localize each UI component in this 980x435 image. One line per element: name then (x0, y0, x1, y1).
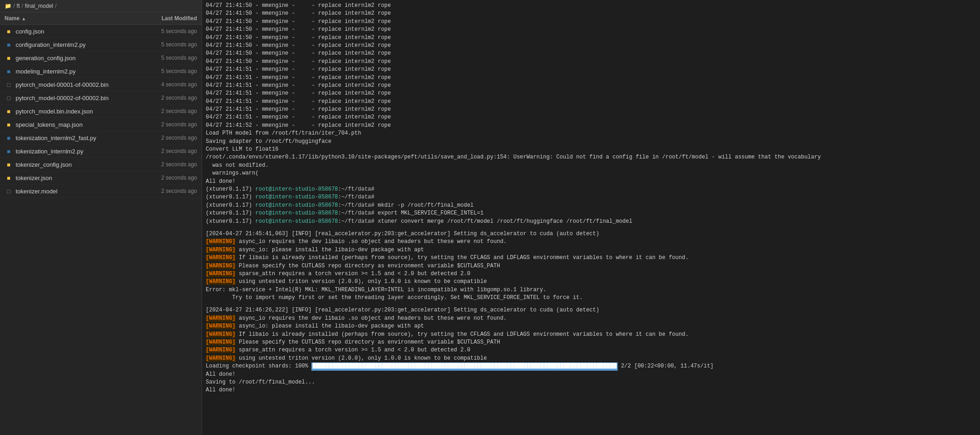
terminal-line: 04/27 21:41:50 - mmengine - - replace in… (206, 58, 976, 66)
file-row[interactable]: ■ tokenizer_config.json 2 seconds ago (0, 158, 202, 171)
file-row[interactable]: ■ config.json 5 seconds ago (0, 25, 202, 38)
terminal-line: 04/27 21:41:52 - mmengine - - replace in… (206, 122, 976, 130)
terminal-line: (xtuner0.1.17) root@intern-studio-058678… (206, 209, 976, 217)
file-name: tokenization_internlm2.py (16, 148, 133, 155)
terminal-line: warnings.warn( (206, 169, 976, 177)
terminal-line: Error: mkl-service + Intel(R) MKL: MKL_T… (206, 286, 976, 294)
terminal-line: [WARNING] sparse_attn requires a torch v… (206, 346, 976, 354)
file-modified-time: 5 seconds ago (133, 68, 197, 74)
file-type-icon: □ (5, 80, 13, 89)
file-row[interactable]: ■ configuration_internlm2.py 5 seconds a… (0, 38, 202, 51)
file-row[interactable]: ■ generation_config.json 5 seconds ago (0, 51, 202, 65)
file-row[interactable]: ■ tokenizer.json 2 seconds ago (0, 171, 202, 185)
terminal-line: (xtuner0.1.17) root@intern-studio-058678… (206, 193, 976, 201)
terminal-line: 04/27 21:41:51 - mmengine - - replace in… (206, 82, 976, 90)
terminal-line: 04/27 21:41:50 - mmengine - - replace in… (206, 42, 976, 50)
file-type-icon: ■ (5, 160, 13, 169)
file-type-icon: ■ (5, 147, 13, 155)
terminal-line: was not modified. (206, 162, 976, 169)
file-row[interactable]: ■ modeling_internlm2.py 5 seconds ago (0, 65, 202, 78)
file-modified-time: 2 seconds ago (133, 161, 197, 168)
terminal-line: [WARNING] If libaio is already installed… (206, 331, 976, 339)
column-name-header[interactable]: Name ▲ (5, 15, 133, 22)
terminal-line: Loading checkpoint shards: 100% ████████… (206, 362, 976, 370)
file-name: tokenization_internlm2_fast.py (16, 135, 133, 141)
terminal-line: All done! (206, 386, 976, 394)
terminal-line: 04/27 21:41:50 - mmengine - - replace in… (206, 50, 976, 57)
file-name: pytorch_model-00002-of-00002.bin (16, 95, 133, 102)
terminal-line: Convert LLM to float16 (206, 146, 976, 153)
file-modified-time: 4 seconds ago (133, 81, 197, 88)
file-type-icon: ■ (5, 40, 13, 49)
file-row[interactable]: ■ tokenization_internlm2_fast.py 2 secon… (0, 131, 202, 145)
column-modified-header[interactable]: Last Modified (133, 15, 197, 22)
file-modified-time: 5 seconds ago (133, 55, 197, 61)
file-modified-time: 2 seconds ago (133, 135, 197, 141)
breadcrumb: 📁 / ft / final_model / (0, 0, 202, 12)
terminal-line: [WARNING] async_io requires the dev liba… (206, 315, 976, 322)
file-name: pytorch_model.bin.index.json (16, 108, 133, 115)
terminal-line: [WARNING] async_io: please install the l… (206, 246, 976, 254)
file-row[interactable]: □ pytorch_model-00002-of-00002.bin 2 sec… (0, 91, 202, 105)
file-modified-time: 2 seconds ago (133, 108, 197, 114)
breadcrumb-final-model[interactable]: final_model (25, 3, 53, 9)
file-name: tokenizer.json (16, 175, 133, 181)
terminal-line: [WARNING] If libaio is already installed… (206, 254, 976, 262)
terminal-line (206, 302, 976, 306)
file-row[interactable]: ■ tokenization_internlm2.py 2 seconds ag… (0, 145, 202, 158)
terminal-line: Saving to /root/ft/final_model... (206, 379, 976, 386)
terminal-line: 04/27 21:41:50 - mmengine - - replace in… (206, 26, 976, 34)
terminal-panel[interactable]: 04/27 21:41:50 - mmengine - - replace in… (202, 0, 980, 435)
file-row[interactable]: ■ pytorch_model.bin.index.json 2 seconds… (0, 105, 202, 118)
file-name: generation_config.json (16, 55, 133, 62)
terminal-line: 04/27 21:41:51 - mmengine - - replace in… (206, 98, 976, 106)
terminal-line: 04/27 21:41:50 - mmengine - - replace in… (206, 2, 976, 10)
terminal-line: (xtuner0.1.17) root@intern-studio-058678… (206, 218, 976, 226)
terminal-line: 04/27 21:41:51 - mmengine - - replace in… (206, 113, 976, 121)
terminal-line: 04/27 21:41:51 - mmengine - - replace in… (206, 74, 976, 82)
file-name: tokenizer.model (16, 188, 133, 195)
terminal-line: Saving adapter to /root/ft/huggingface (206, 138, 976, 146)
terminal-line: 04/27 21:41:51 - mmengine - - replace in… (206, 90, 976, 97)
file-name: config.json (16, 28, 133, 35)
file-modified-time: 5 seconds ago (133, 41, 197, 48)
terminal-line: All done! (206, 178, 976, 186)
file-modified-time: 2 seconds ago (133, 121, 197, 128)
file-name: modeling_internlm2.py (16, 68, 133, 75)
terminal-line: [2024-04-27 21:45:41,063] [INFO] [real_a… (206, 230, 976, 238)
terminal-line: 04/27 21:41:50 - mmengine - - replace in… (206, 18, 976, 26)
file-type-icon: ■ (5, 174, 13, 182)
terminal-line: [WARNING] using untested triton version … (206, 355, 976, 362)
file-table-header: Name ▲ Last Modified (0, 12, 202, 25)
file-type-icon: ■ (5, 54, 13, 62)
terminal-line: (xtuner0.1.17) root@intern-studio-058678… (206, 202, 976, 209)
file-type-icon: □ (5, 94, 13, 102)
terminal-line: [WARNING] using untested triton version … (206, 278, 976, 286)
file-modified-time: 2 seconds ago (133, 175, 197, 181)
terminal-line: [WARNING] async_io requires the dev liba… (206, 238, 976, 246)
file-type-icon: ■ (5, 134, 13, 142)
terminal-line: [WARNING] Please specify the CUTLASS rep… (206, 339, 976, 346)
file-list: ■ config.json 5 seconds ago ■ configurat… (0, 25, 202, 435)
sort-arrow-icon: ▲ (22, 16, 26, 21)
file-row[interactable]: ■ special_tokens_map.json 2 seconds ago (0, 118, 202, 131)
file-explorer-panel: 📁 / ft / final_model / Name ▲ Last Modif… (0, 0, 202, 435)
file-type-icon: □ (5, 187, 13, 195)
file-type-icon: ■ (5, 120, 13, 129)
terminal-line: All done! (206, 371, 976, 379)
file-modified-time: 5 seconds ago (133, 28, 197, 34)
terminal-line: [2024-04-27 21:46:26,222] [INFO] [real_a… (206, 306, 976, 314)
breadcrumb-ft[interactable]: ft (17, 3, 20, 9)
terminal-line (206, 226, 976, 230)
file-row[interactable]: □ tokenizer.model 2 seconds ago (0, 185, 202, 198)
terminal-line: 04/27 21:41:50 - mmengine - - replace in… (206, 34, 976, 42)
file-name: special_tokens_map.json (16, 121, 133, 128)
file-type-icon: ■ (5, 107, 13, 115)
terminal-line: 04/27 21:41:51 - mmengine - - replace in… (206, 106, 976, 113)
file-name: tokenizer_config.json (16, 161, 133, 168)
file-modified-time: 2 seconds ago (133, 95, 197, 101)
file-row[interactable]: □ pytorch_model-00001-of-00002.bin 4 sec… (0, 78, 202, 91)
terminal-line: (xtuner0.1.17) root@intern-studio-058678… (206, 186, 976, 193)
file-modified-time: 2 seconds ago (133, 188, 197, 194)
terminal-line: 04/27 21:41:50 - mmengine - - replace in… (206, 10, 976, 17)
